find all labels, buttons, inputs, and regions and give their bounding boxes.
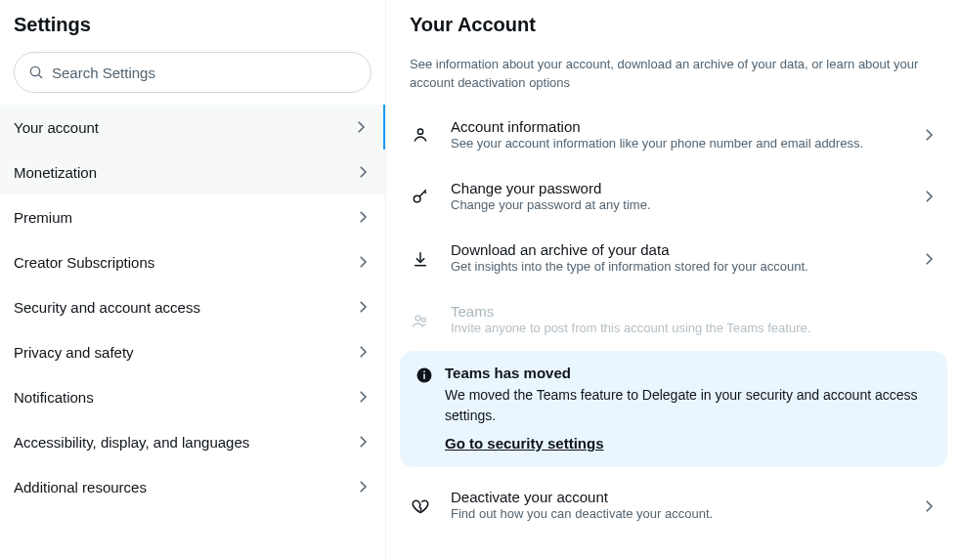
chevron-right-icon [354, 343, 371, 361]
settings-sidebar-header: Settings [0, 0, 385, 46]
settings-title: Settings [14, 14, 371, 36]
chevron-right-icon [920, 250, 938, 268]
chevron-right-icon [920, 497, 938, 515]
row-body: Deactivate your account Find out how you… [451, 489, 900, 523]
info-icon [415, 366, 433, 452]
nav-item-label: Creator Subscriptions [14, 254, 154, 271]
nav-item-label: Notifications [14, 389, 94, 406]
nav-item-label: Security and account access [14, 299, 200, 316]
chevron-right-icon [354, 298, 371, 316]
nav-item-label: Your account [14, 119, 99, 136]
row-subtitle: Invite anyone to post from this account … [451, 320, 938, 337]
nav-item-additional-resources[interactable]: Additional resources [0, 464, 385, 509]
nav-item-notifications[interactable]: Notifications [0, 374, 385, 419]
nav-item-creator-subscriptions[interactable]: Creator Subscriptions [0, 239, 385, 284]
search-input[interactable] [52, 65, 357, 81]
nav-item-privacy-safety[interactable]: Privacy and safety [0, 329, 385, 374]
nav-item-accessibility-display-languages[interactable]: Accessibility, display, and languages [0, 419, 385, 464]
svg-point-2 [417, 129, 422, 134]
heartbreak-icon [410, 496, 431, 516]
nav-item-premium[interactable]: Premium [0, 194, 385, 239]
download-icon [410, 249, 431, 269]
row-body: Download an archive of your data Get ins… [451, 241, 900, 276]
nav-item-label: Privacy and safety [14, 344, 134, 361]
chevron-right-icon [354, 433, 371, 451]
page-description: See information about your account, down… [386, 44, 961, 105]
chevron-right-icon [354, 208, 371, 226]
svg-rect-8 [423, 371, 425, 373]
row-body: Account information See your account inf… [451, 118, 900, 152]
settings-sidebar: Settings Your account Monetization Premi… [0, 0, 386, 560]
chevron-right-icon [352, 118, 370, 136]
row-title: Teams [451, 303, 938, 320]
search-icon [28, 65, 44, 80]
svg-point-5 [421, 318, 425, 322]
row-account-information[interactable]: Account information See your account inf… [386, 105, 961, 166]
row-title: Account information [451, 118, 900, 135]
teams-moved-callout: Teams has moved We moved the Teams featu… [400, 351, 947, 467]
person-icon [410, 125, 431, 145]
row-change-password[interactable]: Change your password Change your passwor… [386, 166, 961, 228]
row-teams: Teams Invite anyone to post from this ac… [386, 289, 961, 351]
svg-point-0 [30, 66, 39, 75]
row-subtitle: Find out how you can deactivate your acc… [451, 505, 900, 523]
chevron-right-icon [920, 188, 938, 205]
go-to-security-settings-link[interactable]: Go to security settings [445, 435, 604, 452]
chevron-right-icon [354, 388, 371, 406]
row-title: Change your password [451, 180, 900, 196]
account-panel-header: Your Account [386, 14, 961, 44]
row-download-archive[interactable]: Download an archive of your data Get ins… [386, 228, 961, 289]
chevron-right-icon [920, 126, 938, 144]
account-panel: Your Account See information about your … [386, 0, 961, 560]
row-subtitle: Change your password at any time. [451, 196, 900, 214]
svg-line-1 [39, 75, 42, 78]
people-icon [410, 311, 431, 330]
nav-item-label: Accessibility, display, and languages [14, 434, 249, 451]
row-title: Deactivate your account [451, 489, 900, 505]
nav-item-your-account[interactable]: Your account [0, 105, 385, 150]
key-icon [410, 187, 431, 206]
row-title: Download an archive of your data [451, 241, 900, 258]
nav-item-label: Premium [14, 209, 72, 226]
callout-body: Teams has moved We moved the Teams featu… [445, 365, 932, 452]
nav-item-label: Monetization [14, 164, 97, 181]
account-options-list: Account information See your account inf… [386, 105, 961, 538]
row-subtitle: Get insights into the type of informatio… [451, 258, 900, 276]
row-body: Teams Invite anyone to post from this ac… [451, 303, 938, 337]
page-title: Your Account [410, 14, 938, 36]
callout-text: We moved the Teams feature to Delegate i… [445, 385, 932, 425]
chevron-right-icon [354, 478, 371, 495]
callout-title: Teams has moved [445, 365, 932, 381]
chevron-right-icon [354, 163, 371, 181]
nav-item-label: Additional resources [14, 479, 147, 495]
search-box[interactable] [14, 52, 371, 93]
row-body: Change your password Change your passwor… [451, 180, 900, 214]
row-deactivate-account[interactable]: Deactivate your account Find out how you… [386, 475, 961, 537]
nav-item-monetization[interactable]: Monetization [0, 150, 385, 194]
svg-point-4 [415, 316, 420, 321]
svg-point-3 [414, 196, 420, 203]
svg-rect-7 [423, 374, 425, 379]
row-subtitle: See your account information like your p… [451, 135, 900, 152]
chevron-right-icon [354, 253, 371, 271]
nav-item-security-access[interactable]: Security and account access [0, 284, 385, 329]
settings-nav: Your account Monetization Premium Creato… [0, 105, 385, 509]
search-wrap [0, 46, 385, 103]
